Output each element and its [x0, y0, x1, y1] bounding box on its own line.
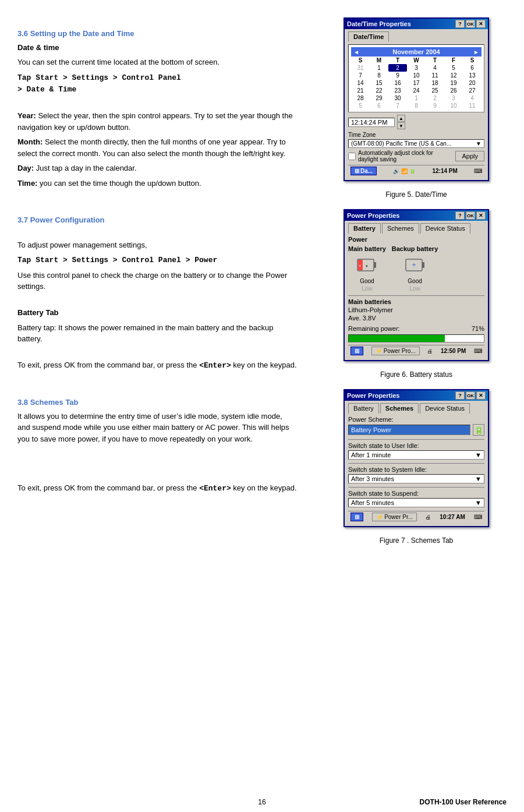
figure6-caption: Figure 6. Battery status [380, 370, 452, 379]
figure5-taskbar: ⊞ Da... 🔊 📶 🔋 12:14 PM ⌨ [348, 165, 484, 176]
figure7-titlebar-buttons: ? OK ✕ [455, 391, 486, 400]
cal-header-s2: S [463, 57, 481, 64]
start-button-f6[interactable]: ⊞ [350, 347, 363, 355]
main-batteries-heading: Main batteries [348, 295, 484, 305]
prev-month-button[interactable]: ◄ [353, 49, 359, 55]
svg-text:+: + [359, 263, 362, 269]
user-idle-select[interactable]: After 1 minute ▼ [348, 450, 484, 460]
enter-key2: <Enter> [199, 484, 231, 493]
year-text: Select the year, then the spin control a… [17, 111, 293, 132]
month-text: Select the month directly, then the full… [17, 137, 286, 158]
system-idle-row: Switch state to System Idle: After 3 min… [348, 466, 484, 483]
cal-week4: 21 22 23 24 25 26 27 [351, 87, 481, 94]
remaining-value: 71% [472, 325, 484, 332]
figure5-titlebar: Date/Time Properties ? OK ✕ [345, 19, 488, 29]
main-battery-label: Main battery [348, 245, 386, 252]
tab-device-f7[interactable]: Device Status [420, 403, 470, 414]
cal-week5: 28 29 30 1 2 3 4 [351, 94, 481, 102]
svg-rect-6 [422, 262, 424, 268]
doc-name: DOTH-100 User Reference [344, 798, 507, 806]
help-button-f7[interactable]: ? [455, 391, 465, 400]
tap-power: Tap Start > Settings > Control Panel > P… [17, 256, 217, 264]
next-month-button[interactable]: ► [473, 49, 479, 55]
time-down-button[interactable]: ▼ [397, 122, 405, 129]
backup-battery-level: Low [409, 285, 420, 292]
battery-grid: Main battery + ● Good [348, 245, 484, 292]
tab-battery-f7[interactable]: Battery [348, 403, 379, 414]
taskbar-icons: 🔊 📶 🔋 [393, 168, 416, 174]
time-label: Time: [17, 179, 37, 188]
page-number: 16 [180, 798, 344, 806]
tab-device-f6[interactable]: Device Status [420, 223, 470, 234]
exit-note2b: key on the keypad. [231, 483, 297, 492]
progress-bar-fill [349, 335, 445, 342]
close-button-f6[interactable]: ✕ [476, 211, 486, 220]
tab-datetime[interactable]: Date/Time [348, 31, 389, 42]
cal-header-t2: T [426, 57, 444, 64]
tap-start-line2: > Date & Time [17, 85, 76, 94]
help-button-f6[interactable]: ? [455, 211, 465, 220]
tab-battery-f6[interactable]: Battery [348, 223, 381, 234]
exit-note1b: key on the keypad. [231, 361, 297, 369]
figure7-dialog: Power Properties ? OK ✕ Battery Schemes … [344, 389, 489, 527]
time-text: you can set the time though the up/down … [40, 179, 201, 188]
day-label: Day: [17, 164, 34, 172]
auto-adjust-label: Automatically adjust clock for daylight … [358, 150, 453, 163]
schemes-section: Power Scheme: Battery Power 🔋 Switch sta… [348, 416, 484, 507]
taskbar-app-f6[interactable]: ⚡ Power Pro... [371, 347, 420, 355]
start-button[interactable]: ⊞ Da... [350, 167, 377, 175]
exit-note1: To exit, press OK from the command bar, … [17, 361, 199, 369]
power-scheme-select[interactable]: Battery Power [348, 425, 470, 435]
apply-button[interactable]: Apply [455, 151, 484, 161]
user-idle-label: Switch state to User Idle: [348, 442, 484, 449]
figure7-taskbar: ⊞ ⚡ Power Pr... 🖨 10:27 AM ⌨ [348, 511, 484, 522]
time-input[interactable]: 12:14:24 PM [348, 118, 395, 127]
section-36-heading: 3.6 Setting up the Date and Time [17, 28, 297, 40]
right-column: Date/Time Properties ? OK ✕ Date/Time ◄ … [309, 12, 524, 789]
taskbar-time: 12:14 PM [432, 168, 457, 174]
user-idle-row: Switch state to User Idle: After 1 minut… [348, 442, 484, 460]
help-button[interactable]: ? [455, 20, 465, 28]
battery-section: Power Main battery + ● [348, 236, 484, 343]
ok-button-f6[interactable]: OK [466, 211, 475, 220]
figure5-caption: Figure 5. Date/Time [385, 190, 447, 199]
keyboard-icon-f6: ⌨ [474, 348, 482, 354]
ok-button[interactable]: OK [466, 20, 475, 28]
calendar-widget: ◄ November 2004 ► S M T W T F [348, 44, 484, 112]
figure7-body: Battery Schemes Device Status Power Sche… [345, 401, 488, 526]
system-idle-label: Switch state to System Idle: [348, 466, 484, 473]
start-button-f7[interactable]: ⊞ [350, 513, 363, 521]
system-idle-select[interactable]: After 3 minutes ▼ [348, 474, 484, 483]
taskbar-app-f7[interactable]: ⚡ Power Pr... [372, 513, 417, 521]
cal-week6: 5 6 7 8 9 10 11 [351, 102, 481, 110]
suspend-label: Switch state to Suspend: [348, 490, 484, 497]
power-scheme-label: Power Scheme: [348, 416, 484, 423]
time-up-button[interactable]: ▲ [397, 115, 405, 122]
auto-adjust-row: Automatically adjust clock for daylight … [348, 150, 484, 163]
signal-icon: 📶 [401, 168, 408, 174]
keyboard-icon: ⌨ [474, 168, 482, 174]
taskbar-app-label-f7: Power Pr... [384, 514, 413, 520]
power-icon-f6: ⚡ [376, 348, 383, 354]
backup-battery-item: Backup battery + Good Low [392, 245, 438, 292]
date-time-intro: You can set the current time located at … [17, 57, 297, 68]
power-scheme-row: Power Scheme: Battery Power 🔋 [348, 416, 484, 436]
figure6-titlebar-buttons: ? OK ✕ [455, 211, 486, 220]
auto-adjust-checkbox[interactable] [348, 153, 356, 160]
print-icon-f6: 🖨 [427, 348, 433, 354]
figure7-title: Power Properties [347, 392, 399, 399]
tab-schemes-f7[interactable]: Schemes [380, 403, 419, 414]
month-label: Month: [17, 137, 43, 146]
timezone-select[interactable]: (GMT-08:00) Pacific Time (US & Can... ▼ [348, 139, 484, 148]
battery-type: Lithum-Polymer [348, 306, 484, 313]
close-button[interactable]: ✕ [476, 20, 486, 28]
backup-battery-svg: + [405, 255, 426, 276]
figure5-title: Date/Time Properties [347, 20, 411, 27]
tap-start-line1: Tap Start > Settings > Control Panel [17, 73, 181, 82]
ok-button-f7[interactable]: OK [466, 391, 475, 400]
tab-schemes-f6[interactable]: Schemes [382, 223, 419, 234]
battery-voltage: Ave. 3.8V [348, 315, 484, 322]
suspend-select[interactable]: After 5 minutes ▼ [348, 498, 484, 507]
close-button-f7[interactable]: ✕ [476, 391, 486, 400]
calendar-grid: S M T W T F S 31 [351, 57, 481, 110]
